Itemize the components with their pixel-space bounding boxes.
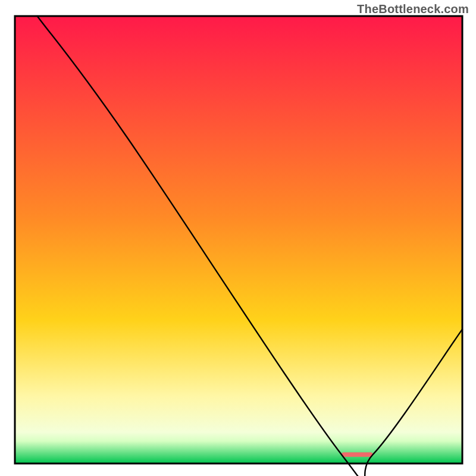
watermark-text: TheBottleneck.com: [357, 2, 469, 16]
chart-canvas: [0, 0, 476, 476]
highlight-marker: [342, 452, 373, 457]
chart-background: [15, 16, 462, 464]
